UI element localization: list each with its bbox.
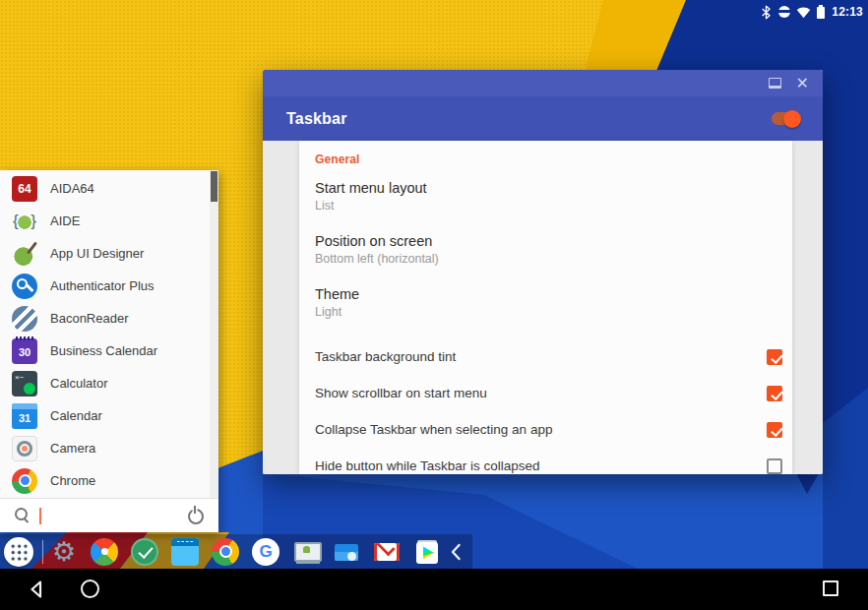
check-label: Taskbar background tint <box>315 349 767 364</box>
service-toggle[interactable] <box>772 112 799 125</box>
pref-label: Start menu layout <box>315 179 776 197</box>
check-label: Hide button while Taskbar is collapsed <box>315 458 767 473</box>
taskbar-app-settings[interactable] <box>50 538 78 566</box>
app-label: Authenticator Plus <box>50 278 155 293</box>
start-menu-item-buscal[interactable]: Business Calendar <box>0 335 210 367</box>
app-label: Business Calendar <box>50 343 157 358</box>
close-icon[interactable]: ✕ <box>796 76 809 92</box>
authplus-icon <box>12 274 37 299</box>
taskbar-app-play[interactable] <box>413 538 441 566</box>
window-caption: ✕ <box>263 70 823 96</box>
app-label: Calculator <box>50 376 108 391</box>
taskbar-app-gmail[interactable] <box>373 538 401 566</box>
pref-item-position-on-screen[interactable]: Position on screen Bottom left (horizont… <box>299 223 792 276</box>
app-label: Calendar <box>50 408 102 423</box>
taskbar-app-folder[interactable] <box>333 538 360 566</box>
pref-item-start-menu-layout[interactable]: Start menu layout List <box>299 170 792 223</box>
screen: 12:13 ✕ Taskbar General Start menu layou… <box>0 0 868 610</box>
toggle-thumb <box>783 110 801 128</box>
app-label: Camera <box>50 441 95 456</box>
start-menu-search-bar <box>0 498 218 532</box>
search-input[interactable] <box>41 499 187 532</box>
checkbox[interactable] <box>767 386 782 401</box>
start-menu-item-authplus[interactable]: Authenticator Plus <box>0 270 210 302</box>
check-label: Collapse Taskbar when selecting an app <box>315 422 767 437</box>
app-label: App UI Designer <box>50 246 144 261</box>
taskbar-app-icons <box>50 538 441 566</box>
start-menu-item-aide[interactable]: AIDE <box>0 205 210 237</box>
scrollbar-thumb[interactable] <box>211 171 217 202</box>
start-menu-item-chrome[interactable]: Chrome <box>0 464 210 497</box>
start-menu: AIDA64 AIDE App UI Designer Authenticato… <box>0 170 218 532</box>
appui-icon <box>12 241 37 267</box>
taskbar-app-photos[interactable] <box>91 538 118 566</box>
start-menu-item-baconreader[interactable]: BaconReader <box>0 302 210 335</box>
taskbar-app-greencheck[interactable] <box>131 538 158 566</box>
checkbox[interactable] <box>767 349 782 365</box>
calculator-icon <box>12 371 37 396</box>
aide-icon <box>12 209 37 234</box>
navigation-bar <box>0 569 868 610</box>
do-not-disturb-icon <box>778 6 790 18</box>
baconreader-icon <box>12 306 37 332</box>
start-menu-app-list: AIDA64 AIDE App UI Designer Authenticato… <box>0 170 210 498</box>
taskbar <box>0 534 472 569</box>
wifi-icon <box>796 6 811 19</box>
aida64-icon <box>12 176 37 202</box>
section-label: General <box>315 152 776 166</box>
pref-value: Bottom left (horizontal) <box>315 251 776 267</box>
start-menu-item-appui[interactable]: App UI Designer <box>0 237 210 270</box>
status-bar: 12:13 <box>0 0 868 24</box>
start-menu-item-calculator[interactable]: Calculator <box>0 367 210 399</box>
search-icon <box>14 507 31 524</box>
app-label: Chrome <box>50 473 95 488</box>
taskbar-app-flashcards[interactable] <box>171 538 199 566</box>
start-menu-item-calendar[interactable]: Calendar <box>0 399 210 432</box>
status-time: 12:13 <box>832 5 863 19</box>
window-appbar: Taskbar <box>263 96 823 141</box>
app-label: AIDA64 <box>50 181 94 196</box>
settings-card: General Start menu layout List Position … <box>299 141 792 474</box>
pref-item-theme[interactable]: Theme Light <box>299 276 792 330</box>
chrome-icon <box>12 468 37 494</box>
app-label: BaconReader <box>50 311 129 326</box>
start-menu-item-camera[interactable]: Camera <box>0 432 210 464</box>
taskbar-app-chrome[interactable] <box>212 538 239 566</box>
checkbox[interactable] <box>767 458 782 474</box>
camera-icon <box>12 436 37 461</box>
back-button[interactable] <box>28 580 47 599</box>
taskbar-app-display[interactable] <box>292 538 320 566</box>
check-row-hide-button-while-taskbar-is-collapsed[interactable]: Hide button while Taskbar is collapsed <box>299 448 792 474</box>
check-row-show-scrollbar-on-start-menu[interactable]: Show scrollbar on start menu <box>299 375 792 411</box>
buscal-icon <box>12 338 37 364</box>
start-menu-scrollbar[interactable] <box>210 170 218 498</box>
start-button[interactable] <box>4 537 33 567</box>
checkbox-list: Taskbar background tint Show scrollbar o… <box>299 338 792 474</box>
start-menu-item-aida64[interactable]: AIDA64 <box>0 172 210 205</box>
window-title: Taskbar <box>286 110 772 128</box>
check-label: Show scrollbar on start menu <box>315 386 767 400</box>
preference-list: Start menu layout List Position on scree… <box>299 170 792 330</box>
app-label: AIDE <box>50 214 80 228</box>
pref-label: Position on screen <box>315 232 776 250</box>
taskbar-app-google[interactable] <box>252 538 279 566</box>
checkbox[interactable] <box>767 422 782 438</box>
window-content: General Start menu layout List Position … <box>263 141 823 474</box>
maximize-icon[interactable] <box>769 78 781 89</box>
recents-button[interactable] <box>823 580 838 596</box>
power-icon[interactable] <box>187 507 205 524</box>
check-row-taskbar-background-tint[interactable]: Taskbar background tint <box>299 338 792 375</box>
calendar-icon <box>12 403 37 429</box>
home-button[interactable] <box>81 580 99 598</box>
battery-icon <box>817 7 825 19</box>
taskbar-settings-window: ✕ Taskbar General Start menu layout List… <box>263 70 823 474</box>
pref-value: List <box>315 198 776 214</box>
pref-label: Theme <box>315 285 776 303</box>
collapse-taskbar-icon[interactable] <box>450 543 462 561</box>
pref-value: Light <box>315 304 776 320</box>
bluetooth-icon <box>760 5 773 20</box>
check-row-collapse-taskbar-when-selecting-an-app[interactable]: Collapse Taskbar when selecting an app <box>299 411 792 448</box>
taskbar-divider <box>42 540 43 564</box>
